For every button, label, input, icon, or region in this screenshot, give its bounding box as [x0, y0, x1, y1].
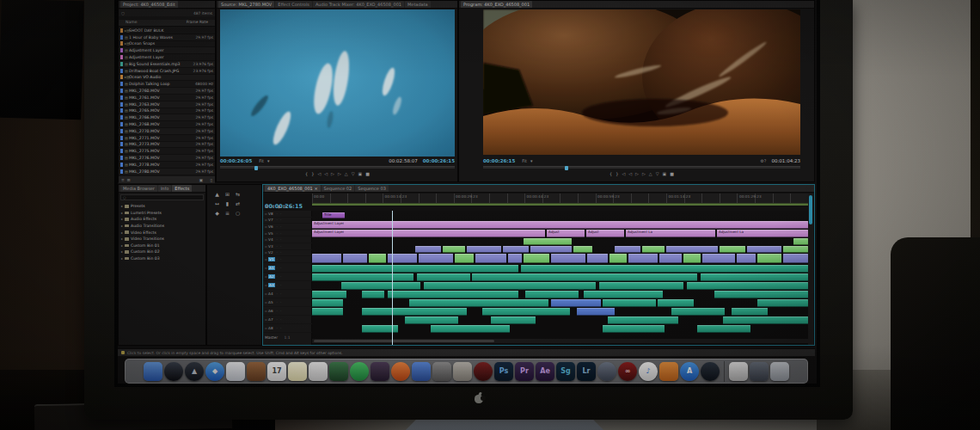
project-item[interactable]: ▤MKL_2768.MOV29.97 fps [119, 121, 215, 128]
track-header-A4[interactable]: ▫A4· · [263, 290, 312, 298]
transport-button-0[interactable]: { [609, 171, 612, 177]
transport-button-0[interactable]: { [305, 171, 308, 177]
effects-bin[interactable]: ▸Video Effects [119, 229, 205, 236]
effects-search-icon[interactable]: ○ [123, 195, 126, 200]
source-playhead-marker[interactable] [254, 166, 258, 170]
timeline-tool-icon-1[interactable]: ≡ [271, 204, 274, 209]
lock-icon[interactable]: ▫ [265, 250, 267, 255]
transport-button-6[interactable]: △ [345, 171, 348, 177]
timeline-tool-icon-4[interactable]: ∿ [289, 204, 292, 209]
wrench-icon[interactable]: ⚙? [760, 158, 766, 163]
timeline-clip-violet[interactable] [628, 254, 658, 263]
timeline-tool-icon-0[interactable]: ⊞ [265, 204, 268, 209]
lock-icon[interactable]: ▫ [265, 218, 267, 222]
timeline-clip-green[interactable] [369, 254, 386, 263]
timeline-clip-teal[interactable] [521, 265, 808, 273]
tab-effects-1[interactable]: Info [158, 185, 171, 192]
lock-icon[interactable]: ▫ [265, 224, 267, 229]
tab-source-1[interactable]: Effect Controls [275, 1, 312, 8]
tab-project[interactable]: Project: 4K0_46508_Edit [120, 1, 178, 8]
timeline-clip-teal[interactable] [472, 273, 697, 281]
project-item[interactable]: ▤Adjustment Layer [119, 54, 215, 61]
track-header-V7[interactable]: ▫V7· · [263, 218, 312, 224]
hscroll-thumb[interactable] [314, 340, 494, 342]
timeline-clip-blue[interactable] [577, 308, 615, 316]
effects-bin[interactable]: ▸Custom Bin 01 [119, 243, 205, 249]
transport-button-6[interactable]: △ [649, 171, 652, 177]
project-item[interactable]: ▤MKL_2775.MOV29.97 fps [119, 148, 215, 155]
project-item[interactable]: ▤MKL_2770.MOV29.97 fps [119, 128, 215, 135]
tab-effects-0[interactable]: Media Browser [120, 185, 157, 192]
time-machine-icon[interactable] [701, 362, 720, 381]
tab-sequence-2[interactable]: Sequence 03 [355, 185, 389, 192]
timeline-clip-teal[interactable] [525, 291, 579, 298]
transport-button-2[interactable]: ◁ [622, 171, 625, 177]
rate-stretch-tool-icon[interactable]: ↔ [212, 200, 222, 208]
timeline-clip-pink[interactable]: Adjustment Layer [312, 230, 545, 237]
transport-button-5[interactable]: ▷ [642, 171, 646, 177]
project-item[interactable]: ▤1 Hour of Baby Waves29.97 fps [119, 34, 215, 41]
program-fit-dropdown[interactable]: Fit [522, 158, 527, 163]
timeline-clip-teal[interactable] [405, 316, 458, 324]
timeline-clip-pink[interactable]: Adjustment Layer [312, 221, 808, 229]
timeline-clip-green[interactable] [455, 254, 474, 263]
lock-icon[interactable]: ▫ [265, 292, 267, 296]
timeline-playhead[interactable] [392, 211, 393, 345]
tab-effects-2[interactable]: Effects [172, 185, 192, 192]
timeline-clip-violet[interactable] [659, 254, 682, 263]
green-utility-app-icon[interactable] [329, 362, 348, 381]
timeline-clip-teal[interactable] [687, 282, 808, 290]
effects-bin[interactable]: ▸Audio Transitions [119, 223, 205, 230]
trash-icon[interactable] [770, 362, 789, 381]
program-timecode-current[interactable]: 00:00:26:15 [483, 158, 515, 163]
timeline-clip-teal[interactable] [757, 299, 808, 307]
tab-sequence-1[interactable]: Sequence 02 [322, 185, 355, 192]
timeline-clip-violet[interactable] [419, 254, 453, 263]
calendar-icon[interactable]: 17 [267, 362, 286, 381]
project-item[interactable]: ▤MKL_2771.MOV29.97 fps [119, 135, 215, 142]
timeline-clip-green[interactable] [609, 254, 627, 263]
slip-tool-icon[interactable]: ⇄ [233, 200, 242, 208]
spotify-icon[interactable] [350, 362, 369, 381]
lock-icon[interactable]: ▫ [265, 283, 267, 287]
transport-button-8[interactable]: ▣ [663, 171, 667, 177]
lock-icon[interactable]: ▫ [265, 326, 267, 330]
timeline-clip-teal[interactable] [388, 291, 518, 298]
timeline-clip-purple[interactable]: Title [322, 212, 345, 218]
numbers-icon[interactable] [412, 362, 431, 381]
app-store-icon[interactable]: A [680, 362, 699, 381]
timeline-clip-pink[interactable]: Adjust [586, 230, 624, 237]
timeline-track-area[interactable]: TitleAdjustment LayerAdjustment LayerAdj… [312, 211, 809, 345]
ripple-edit-tool-icon[interactable]: ⇆ [233, 190, 242, 199]
transport-button-1[interactable]: } [616, 171, 618, 177]
search-icon[interactable]: ○ [121, 11, 125, 15]
effects-bin[interactable]: ▸Lumetri Presets [119, 210, 205, 217]
timeline-clip-teal[interactable] [658, 299, 694, 307]
lock-icon[interactable]: ▫ [265, 266, 267, 270]
timeline-clip-teal[interactable] [732, 308, 768, 316]
source-fit-dropdown[interactable]: Fit [259, 158, 264, 163]
list-view-icon[interactable]: ≡ [121, 178, 125, 182]
icon-view-icon[interactable]: ⊞ [127, 178, 131, 182]
effects-bin[interactable]: ▸Presets [119, 203, 205, 210]
timeline-clip-violet[interactable] [737, 254, 756, 263]
column-name[interactable]: Name [126, 20, 187, 26]
program-playhead-marker[interactable] [565, 166, 568, 170]
track-header-A8[interactable]: ▫A8· · [263, 324, 312, 333]
program-video-turtle[interactable] [483, 9, 800, 155]
timeline-clip-violet[interactable] [467, 246, 501, 253]
timeline-clip-green[interactable] [683, 254, 701, 263]
project-item[interactable]: ▤MKL_2778.MOV29.97 fps [119, 162, 215, 169]
tab-source-0[interactable]: Source: MKL_2780.MOV [218, 1, 274, 8]
column-frame-rate[interactable]: Frame Rate [187, 20, 208, 26]
lock-icon[interactable]: ▫ [265, 257, 267, 261]
track-header-A3[interactable]: ▫A3· · [263, 281, 312, 290]
track-header-V3[interactable]: ▫V3· · [263, 243, 312, 250]
timeline-clip-pink[interactable]: Adjust [547, 230, 585, 237]
effects-bin[interactable]: ▸Custom Bin 02 [119, 249, 205, 255]
timeline-tool-icon-3[interactable]: ⇄ [283, 204, 286, 209]
premiere-pro-icon[interactable]: Pr [515, 362, 534, 381]
project-item[interactable]: ▤Adjustment Layer [119, 47, 215, 54]
timeline-clip-teal[interactable] [341, 282, 420, 290]
timeline-clip-teal[interactable] [312, 273, 413, 281]
